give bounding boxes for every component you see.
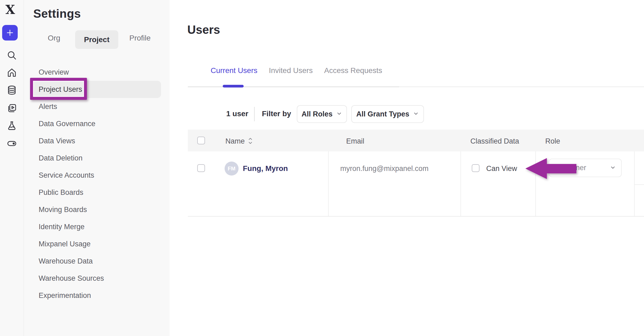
sidebar-item-identity-merge[interactable]: Identity Merge <box>24 218 170 235</box>
chevron-down-icon <box>336 110 342 118</box>
sort-icon[interactable] <box>248 137 253 145</box>
column-divider <box>328 151 329 216</box>
chevron-down-icon <box>610 165 616 171</box>
column-divider <box>460 151 461 216</box>
sidebar-item-overview[interactable]: Overview <box>24 64 170 81</box>
all-grant-types-dropdown[interactable]: All Grant Types <box>351 105 424 123</box>
tab-profile[interactable]: Profile <box>129 34 151 42</box>
tab-org[interactable]: Org <box>48 34 60 42</box>
search-icon[interactable] <box>6 50 17 61</box>
avatar: FM <box>225 162 239 176</box>
tab-project[interactable]: Project <box>75 30 118 49</box>
boards-icon[interactable] <box>6 103 17 114</box>
row-divider <box>188 216 644 217</box>
lock-icon <box>555 164 562 172</box>
mixpanel-logo-glyph: X <box>5 2 15 17</box>
avatar-initials: FM <box>228 166 236 172</box>
role-value: Owner <box>565 164 607 172</box>
column-header-classified-data: Classified Data <box>470 137 519 145</box>
project-users-panel: Users Current Users Invited Users Access… <box>170 0 644 336</box>
user-count: 1 user <box>226 109 248 118</box>
tab-access-requests[interactable]: Access Requests <box>324 66 382 75</box>
sidebar-item-data-deletion[interactable]: Data Deletion <box>24 149 170 167</box>
settings-nav: Overview Project Users Alerts Data Gover… <box>24 64 170 304</box>
column-divider <box>535 151 536 216</box>
user-name-link[interactable]: Fung, Myron <box>243 164 288 173</box>
classified-data-label: Can View <box>486 165 517 173</box>
all-grant-types-label: All Grant Types <box>356 110 409 118</box>
sidebar-item-experimentation[interactable]: Experimentation <box>24 287 170 304</box>
all-roles-dropdown[interactable]: All Roles <box>297 105 347 123</box>
home-icon[interactable] <box>6 67 17 78</box>
sidebar-item-data-governance[interactable]: Data Governance <box>24 115 170 132</box>
role-dropdown[interactable]: Owner <box>549 159 622 177</box>
settings-title: Settings <box>33 7 81 20</box>
chevron-down-icon <box>413 110 419 118</box>
active-tab-indicator <box>223 85 244 87</box>
filter-separator <box>254 107 255 121</box>
tabs-divider <box>188 86 399 87</box>
all-roles-label: All Roles <box>302 110 333 118</box>
sidebar-item-mixpanel-usage[interactable]: Mixpanel Usage <box>24 235 170 253</box>
sidebar-item-moving-boards[interactable]: Moving Boards <box>24 201 170 218</box>
data-icon[interactable] <box>6 85 17 96</box>
sidebar-item-project-users[interactable]: Project Users <box>24 81 170 98</box>
column-header-email: Email <box>346 137 364 145</box>
sidebar-item-warehouse-data[interactable]: Warehouse Data <box>24 253 170 270</box>
mixpanel-project-settings-screen: X <box>0 0 644 336</box>
page-title: Users <box>187 23 220 36</box>
toggle-icon[interactable] <box>6 138 17 149</box>
tabs-divider-light <box>399 86 644 87</box>
experiments-flask-icon[interactable] <box>6 120 17 131</box>
user-email: myron.fung@mixpanel.com <box>340 165 429 173</box>
tab-current-users[interactable]: Current Users <box>211 66 257 75</box>
column-divider <box>634 151 635 216</box>
sidebar-item-warehouse-sources[interactable]: Warehouse Sources <box>24 270 170 287</box>
plus-icon <box>6 29 14 37</box>
select-all-checkbox[interactable] <box>197 137 205 144</box>
tab-invited-users[interactable]: Invited Users <box>269 66 313 75</box>
row-select-checkbox[interactable] <box>197 164 205 172</box>
filter-by-label: Filter by <box>262 109 291 118</box>
sidebar-item-public-boards[interactable]: Public Boards <box>24 184 170 201</box>
column-header-name: Name <box>225 137 245 145</box>
classified-data-checkbox[interactable] <box>472 164 480 172</box>
table-header <box>188 130 644 151</box>
settings-sidebar: Settings Org Project Profile Overview Pr… <box>24 0 170 336</box>
icon-rail: X <box>0 0 24 336</box>
mixpanel-logo[interactable]: X <box>3 2 18 17</box>
sidebar-item-data-views[interactable]: Data Views <box>24 132 170 149</box>
create-button[interactable] <box>2 25 18 41</box>
column-header-role: Role <box>545 137 560 145</box>
sidebar-item-alerts[interactable]: Alerts <box>24 98 170 115</box>
partial-column-divider <box>635 184 644 185</box>
sidebar-item-service-accounts[interactable]: Service Accounts <box>24 167 170 184</box>
